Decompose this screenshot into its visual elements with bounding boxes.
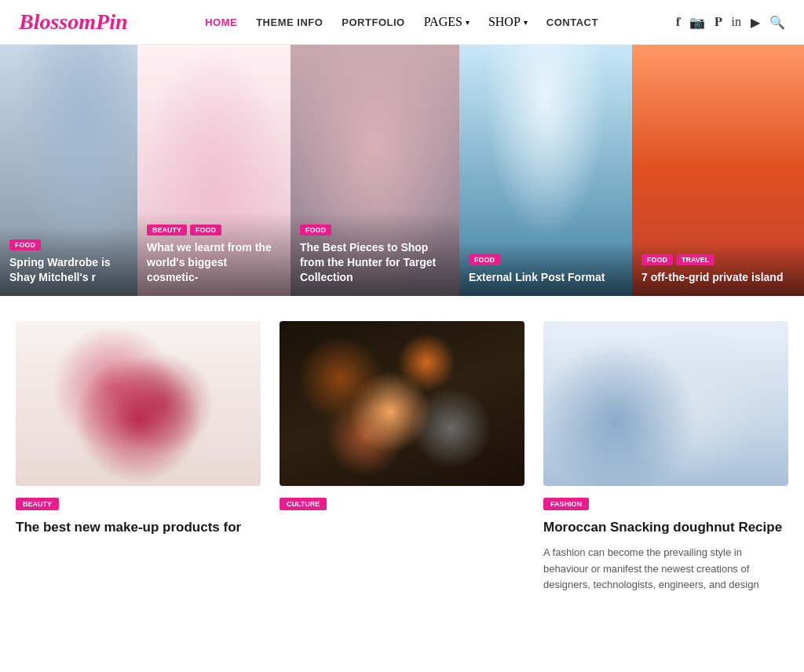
logo-pink: Pin	[96, 9, 127, 34]
tag-food: FOOD	[9, 239, 41, 250]
slide-1-tags: FOOD	[9, 239, 128, 250]
site-header: BlossomPin HOME THEME INFO PORTFOLIO PAG…	[0, 0, 804, 45]
tag-food-4: FOOD	[469, 254, 500, 265]
search-icon[interactable]: 🔍	[769, 15, 785, 30]
nav-theme-info[interactable]: THEME INFO	[256, 16, 323, 28]
nav-shop[interactable]: SHOP	[488, 15, 528, 29]
slide-3[interactable]: FOOD The Best Pieces to Shop from the Hu…	[291, 45, 459, 296]
nav-contact[interactable]: CONTACT	[546, 16, 598, 28]
card-culture-image	[280, 321, 524, 486]
tag-beauty: BEAUTY	[147, 225, 187, 236]
slide-1-title: Spring Wardrobe is Shay Mitchell's r	[9, 255, 128, 285]
nav-portfolio[interactable]: PORTFOLIO	[342, 16, 404, 28]
card-beauty-tag[interactable]: BEAUTY	[16, 498, 59, 510]
slide-1-overlay: FOOD Spring Wardrobe is Shay Mitchell's …	[0, 227, 137, 296]
card-beauty-image	[16, 321, 261, 486]
site-logo[interactable]: BlossomPin	[19, 9, 128, 35]
slide-5-tags: FOOD TRAVEL	[641, 254, 795, 265]
slide-4-overlay: FOOD External Link Post Format	[459, 242, 632, 296]
tag-travel: TRAVEL	[676, 254, 714, 265]
slide-2-overlay: BEAUTY FOOD What we learnt from the worl…	[137, 212, 291, 296]
pinterest-icon[interactable]: 𝐏	[714, 15, 722, 29]
slide-2[interactable]: BEAUTY FOOD What we learnt from the worl…	[137, 45, 291, 296]
nav-pages[interactable]: PAGES	[424, 15, 470, 29]
card-fashion-excerpt: A fashion can become the prevailing styl…	[543, 545, 788, 593]
linkedin-icon[interactable]: in	[732, 15, 741, 29]
main-nav: HOME THEME INFO PORTFOLIO PAGES SHOP CON…	[205, 15, 598, 29]
nav-home[interactable]: HOME	[205, 16, 237, 28]
card-culture[interactable]: CULTURE	[280, 321, 524, 593]
slide-5-title: 7 off-the-grid private island	[641, 270, 795, 285]
card-culture-tag[interactable]: CULTURE	[280, 498, 327, 510]
facebook-icon[interactable]: 𝐟	[676, 15, 680, 29]
social-icons: 𝐟 📷 𝐏 in ▶ 🔍	[676, 15, 785, 30]
tag-food-2: FOOD	[190, 225, 221, 236]
card-beauty-title: The best new make-up products for	[16, 518, 261, 537]
slide-5[interactable]: FOOD TRAVEL 7 off-the-grid private islan…	[632, 45, 804, 296]
slide-4-tags: FOOD	[469, 254, 623, 265]
slide-3-overlay: FOOD The Best Pieces to Shop from the Hu…	[291, 212, 459, 296]
card-fashion-title: Moroccan Snacking doughnut Recipe	[543, 518, 788, 537]
main-content: BEAUTY The best new make-up products for…	[0, 321, 804, 593]
slide-4[interactable]: FOOD External Link Post Format	[459, 45, 632, 296]
slide-3-tags: FOOD	[300, 225, 450, 236]
logo-black: Blossom	[19, 9, 96, 34]
slide-2-title: What we learnt from the world's biggest …	[147, 240, 281, 285]
slide-1[interactable]: FOOD Spring Wardrobe is Shay Mitchell's …	[0, 45, 137, 296]
tag-food-3: FOOD	[300, 225, 331, 236]
youtube-icon[interactable]: ▶	[751, 15, 760, 30]
tag-food-5: FOOD	[641, 254, 673, 265]
card-fashion-tag[interactable]: FASHION	[543, 498, 589, 510]
slide-3-title: The Best Pieces to Shop from the Hunter …	[300, 240, 450, 285]
card-fashion-image	[543, 321, 788, 486]
cards-grid: BEAUTY The best new make-up products for…	[16, 321, 788, 593]
card-fashion[interactable]: FASHION Moroccan Snacking doughnut Recip…	[543, 321, 788, 593]
card-beauty[interactable]: BEAUTY The best new make-up products for	[16, 321, 261, 593]
slide-2-tags: BEAUTY FOOD	[147, 225, 281, 236]
slide-4-title: External Link Post Format	[469, 270, 623, 285]
instagram-icon[interactable]: 📷	[689, 15, 705, 30]
slide-5-overlay: FOOD TRAVEL 7 off-the-grid private islan…	[632, 242, 804, 296]
hero-slider: FOOD Spring Wardrobe is Shay Mitchell's …	[0, 45, 804, 296]
